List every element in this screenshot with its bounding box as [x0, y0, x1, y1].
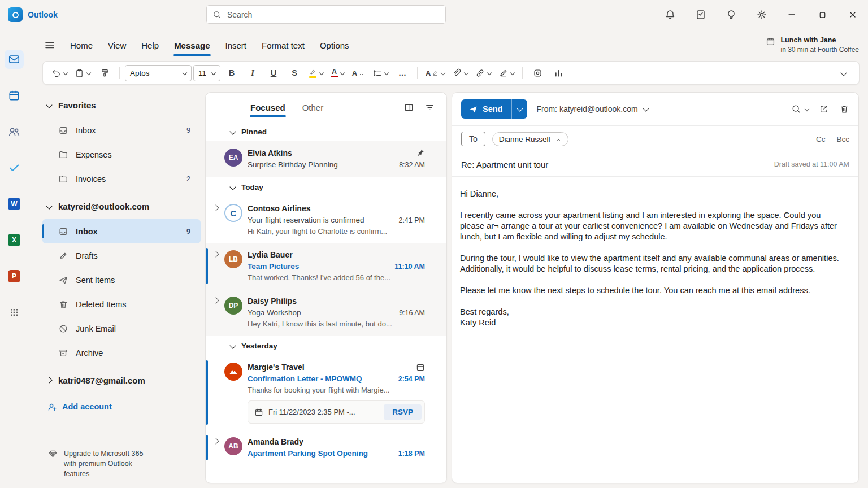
subject-field[interactable]: Re: Apartment unit tour	[461, 160, 548, 169]
calendar-app-icon[interactable]	[5, 86, 24, 105]
expand-chevron-icon[interactable]	[212, 295, 219, 329]
expand-chevron-icon[interactable]	[212, 203, 219, 237]
remove-recipient-icon[interactable]	[555, 136, 562, 142]
excel-app-icon[interactable]: X	[5, 230, 24, 250]
close-button[interactable]	[837, 0, 868, 29]
tasks-icon[interactable]	[694, 8, 708, 21]
tab-format-text[interactable]: Format text	[261, 38, 305, 53]
add-account-button[interactable]: Add account	[42, 393, 201, 420]
pin-icon[interactable]	[416, 149, 425, 158]
tab-other[interactable]: Other	[302, 101, 324, 115]
group-header-today[interactable]: Today	[206, 177, 446, 197]
brand: Outlook	[0, 7, 58, 22]
loop-component-button[interactable]	[528, 64, 547, 81]
send-button[interactable]: Send	[461, 99, 511, 119]
open-in-new-window-icon[interactable]	[819, 104, 829, 114]
more-formatting-button[interactable]: …	[393, 64, 412, 81]
tab-insert[interactable]: Insert	[225, 38, 248, 53]
outlook-logo-icon[interactable]	[8, 7, 23, 22]
more-apps-grid-icon[interactable]	[5, 303, 24, 322]
group-header-pinned[interactable]: Pinned	[206, 122, 446, 141]
cc-button[interactable]: Cc	[816, 135, 826, 143]
line-spacing-button[interactable]	[370, 64, 391, 81]
todo-app-icon[interactable]	[5, 158, 24, 177]
attach-file-button[interactable]	[449, 64, 471, 81]
font-size-select[interactable]: 11	[193, 65, 220, 81]
tab-message[interactable]: Message	[173, 38, 210, 53]
tab-view[interactable]: View	[107, 38, 127, 53]
sidebar-item-drafts[interactable]: Drafts	[42, 243, 201, 268]
word-app-icon[interactable]: W	[5, 194, 24, 213]
strikethrough-button[interactable]: S	[285, 64, 304, 81]
highlight-color-button[interactable]	[306, 64, 326, 81]
mail-app-icon[interactable]	[5, 50, 24, 69]
poll-chart-button[interactable]	[549, 64, 568, 81]
powerpoint-app-icon[interactable]: P	[5, 267, 24, 286]
search-input[interactable]	[226, 10, 440, 20]
group-header-yesterday[interactable]: Yesterday	[206, 336, 446, 355]
signature-button[interactable]	[496, 64, 517, 81]
recipient-pill[interactable]: Dianne Russell	[492, 132, 568, 146]
message-body-editor[interactable]: Hi Dianne, I recently came across your a…	[452, 177, 858, 339]
italic-button[interactable]: I	[243, 64, 262, 81]
reading-pane-layout-icon[interactable]	[403, 102, 414, 113]
gmail-account-section-header[interactable]: katri0487@gmail.com	[42, 367, 201, 393]
insert-link-button[interactable]	[472, 64, 494, 81]
expand-chevron-icon[interactable]	[212, 436, 219, 459]
sidebar-item-junk-email[interactable]: Junk Email	[42, 316, 201, 341]
filter-icon[interactable]	[424, 102, 435, 113]
clear-formatting-button[interactable]: A	[349, 64, 368, 81]
send-options-chevron-icon[interactable]	[511, 99, 527, 119]
people-app-icon[interactable]	[5, 122, 24, 141]
meeting-reminder[interactable]: Lunch with Jane in 30 min at Fourth Coff…	[766, 36, 859, 54]
styles-button[interactable]: A	[423, 64, 448, 81]
avatar: AB	[224, 437, 242, 455]
sidebar-item-invoices[interactable]: Invoices2	[42, 167, 201, 191]
format-painter-button[interactable]	[95, 64, 114, 81]
tab-options[interactable]: Options	[319, 38, 350, 53]
from-selector[interactable]: From: katyreid@outlook.com	[536, 104, 648, 114]
folder-icon	[58, 174, 68, 184]
expand-chevron-icon[interactable]	[212, 249, 219, 283]
underline-button[interactable]: U	[264, 64, 283, 81]
minimize-button[interactable]	[776, 0, 807, 29]
ribbon-expand-chevron-icon[interactable]	[834, 64, 853, 81]
tips-lightbulb-icon[interactable]	[724, 8, 738, 21]
font-family-select[interactable]: Aptos	[125, 65, 192, 81]
message-row-margie[interactable]: Margie's Travel Confirmation Letter - MP…	[206, 355, 446, 430]
message-row-daisy[interactable]: DP Daisy Philips Yoga Workshop9:16 AM He…	[206, 289, 446, 336]
sidebar-item-inbox-favorites[interactable]: Inbox9	[42, 118, 201, 142]
upgrade-banner[interactable]: Upgrade to Microsoft 365 with premium Ou…	[42, 441, 201, 488]
favorites-section-header[interactable]: Favorites	[42, 92, 201, 118]
inbox-icon	[58, 226, 68, 237]
sidebar-item-inbox[interactable]: Inbox9	[42, 219, 201, 243]
settings-gear-icon[interactable]	[755, 8, 769, 21]
account-section-header[interactable]: katyreid@outlook.com	[42, 193, 201, 219]
bold-button[interactable]: B	[222, 64, 241, 81]
message-list: Focused Other Pinned EA Elvia Atkins Sur…	[205, 92, 447, 483]
bcc-button[interactable]: Bcc	[836, 135, 849, 143]
to-button[interactable]: To	[461, 132, 485, 146]
font-color-button[interactable]: A	[328, 64, 347, 81]
undo-button[interactable]	[49, 64, 70, 81]
message-row-amanda[interactable]: AB Amanda Brady Apartment Parking Spot O…	[206, 430, 446, 465]
paste-button[interactable]	[72, 64, 93, 81]
sidebar-item-expenses[interactable]: Expenses	[42, 142, 201, 167]
rsvp-button[interactable]: RSVP	[384, 404, 422, 420]
zoom-control[interactable]	[791, 104, 809, 114]
maximize-button[interactable]	[807, 0, 837, 29]
message-row-lydia[interactable]: LB Lydia Bauer Team Pictures11:10 AM Tha…	[206, 243, 446, 289]
delete-draft-trash-icon[interactable]	[839, 104, 849, 114]
tab-home[interactable]: Home	[70, 38, 93, 53]
sidebar-item-sent-items[interactable]: Sent Items	[42, 268, 201, 292]
notifications-bell-icon[interactable]	[663, 8, 677, 21]
hamburger-menu-icon[interactable]	[42, 38, 57, 53]
tab-help[interactable]: Help	[141, 38, 159, 53]
message-row-elvia[interactable]: EA Elvia Atkins Surprise Birthday Planni…	[206, 141, 446, 177]
tab-focused[interactable]: Focused	[250, 101, 286, 115]
search-box[interactable]	[206, 5, 446, 24]
message-row-contoso[interactable]: C Contoso Airlines Your flight reservati…	[206, 197, 446, 243]
sidebar-item-deleted-items[interactable]: Deleted Items	[42, 292, 201, 316]
sidebar-item-archive[interactable]: Archive	[42, 341, 201, 365]
meeting-rsvp-card[interactable]: Fri 11/22/2023 2:35 PM -... RSVP	[248, 400, 425, 424]
